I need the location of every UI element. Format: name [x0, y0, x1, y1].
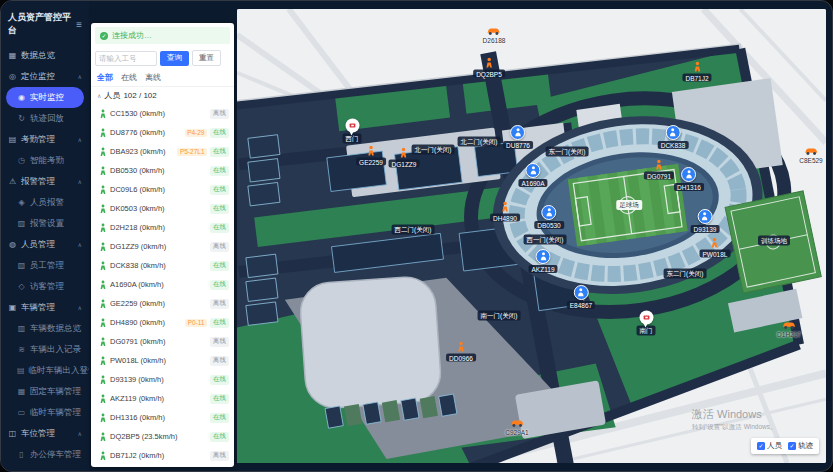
person-marker-DU8776[interactable]: DU8776 — [503, 125, 533, 149]
device-row-DBA923[interactable]: DBA923 (0km/h)P5-27L1在线 — [91, 142, 234, 161]
person-icon — [514, 128, 522, 137]
tab-在线[interactable]: 在线 — [121, 72, 137, 83]
marker-label: DB0530 — [534, 221, 564, 229]
device-id: DC09L6 (0km/h) — [110, 185, 165, 194]
device-row-DK0503[interactable]: DK0503 (0km/h)在线 — [91, 199, 234, 218]
hamburger-icon[interactable]: ≡ — [76, 19, 82, 30]
device-row-D2H218[interactable]: D2H218 (0km/h)在线 — [91, 218, 234, 237]
device-row-DU8776[interactable]: DU8776 (0km/h)P4-29在线 — [91, 123, 234, 142]
device-row-DH4890[interactable]: DH4890 (0km/h)P0-11在线 — [91, 313, 234, 332]
marker-label: DB71J2 — [682, 74, 711, 82]
sidebar-subitem-临时车辆管理[interactable]: ▭临时车辆管理 — [1, 402, 89, 423]
device-row-A1690A[interactable]: A1690A (0km/h)在线 — [91, 275, 234, 294]
gate-pin-icon — [345, 119, 359, 133]
device-row-DH1316[interactable]: DH1316 (0km/h)在线 — [91, 408, 234, 427]
orange-marker-DQ2BP5[interactable]: DQ2BP5 — [473, 57, 505, 78]
car-marker-C929A1[interactable]: C929A1 — [505, 419, 529, 436]
car-marker-C8E529[interactable]: C8E529 — [799, 147, 823, 164]
vehicle-icon: ▣ — [8, 303, 17, 312]
watermark-line2: 转到“设置”以激活 Windows。 — [692, 423, 777, 432]
device-id: DCK838 (0km/h) — [110, 261, 166, 270]
sidebar-subitem-实时监控[interactable]: ◉实时监控 — [6, 87, 84, 108]
device-row-DD0966[interactable]: DD0966 (0km/h)P0-14在线 — [91, 465, 234, 467]
person-marker-DH1316[interactable]: DH1316 — [674, 167, 704, 191]
person-icon — [366, 145, 376, 156]
person-icon — [99, 147, 107, 157]
orange-marker-DG0791[interactable]: DG0791 — [644, 159, 674, 180]
person-marker-E84867[interactable]: E84867 — [567, 285, 595, 309]
sidebar-item-考勤管理[interactable]: ▤考勤管理∧ — [1, 129, 89, 150]
orange-marker-PW018L[interactable]: PW018L — [700, 237, 731, 258]
tab-离线[interactable]: 离线 — [145, 72, 161, 83]
marker-label: DQ2BP5 — [473, 70, 505, 78]
device-list[interactable]: CC1530 (0km/h)离线DU8776 (0km/h)P4-29在线DBA… — [91, 104, 234, 467]
sidebar-subitem-智能考勤[interactable]: ◷智能考勤 — [1, 150, 89, 171]
tab-全部[interactable]: 全部 — [97, 72, 113, 83]
device-row-DQ2BP5[interactable]: DQ2BP5 (23.5km/h)在线 — [91, 427, 234, 446]
sidebar-subitem-员工管理[interactable]: ▧员工管理 — [1, 255, 89, 276]
device-id: DB71J2 (0km/h) — [110, 451, 164, 460]
person-marker-D93139[interactable]: D93139 — [691, 209, 720, 233]
group-header[interactable]: ∧ 人员 102 / 102 — [91, 87, 234, 104]
track-layer-option[interactable]: ✓ 轨迹 — [788, 441, 813, 451]
reset-button[interactable]: 重置 — [192, 50, 221, 66]
device-row-GE2259[interactable]: GE2259 (0km/h)离线 — [91, 294, 234, 313]
device-row-CC1530[interactable]: CC1530 (0km/h)离线 — [91, 104, 234, 123]
person-marker-AKZ119[interactable]: AKZ119 — [528, 249, 557, 273]
track-checkbox[interactable]: ✓ — [788, 442, 796, 450]
query-button[interactable]: 查询 — [160, 51, 189, 66]
sidebar-item-车位管理[interactable]: ◫车位管理∧ — [1, 423, 89, 444]
person-marker-A1690A[interactable]: A1690A — [518, 163, 547, 187]
device-row-DC09L6[interactable]: DC09L6 (0km/h)在线 — [91, 180, 234, 199]
device-id: PW018L (0km/h) — [110, 356, 166, 365]
device-row-DCK838[interactable]: DCK838 (0km/h)在线 — [91, 256, 234, 275]
worker-id-input[interactable] — [95, 51, 157, 66]
person-marker-DB0530[interactable]: DB0530 — [534, 205, 564, 229]
person-marker-DCK838[interactable]: DCK838 — [658, 125, 689, 149]
sidebar-subitem-报警设置[interactable]: ▨报警设置 — [1, 213, 89, 234]
orange-marker-DD0966[interactable]: DD0966 — [446, 341, 476, 362]
alarm-icon: ⚠ — [8, 177, 17, 186]
sidebar-item-人员管理[interactable]: ◍人员管理∧ — [1, 234, 89, 255]
status-badge: 在线 — [210, 432, 229, 442]
people-layer-option[interactable]: ✓ 人员 — [757, 441, 782, 451]
marker-label: 西二门(关闭) — [392, 225, 435, 235]
sidebar-item-报警管理[interactable]: ⚠报警管理∧ — [1, 171, 89, 192]
vehicle-person-marker-icon — [709, 237, 721, 249]
people-layer-label: 人员 — [767, 441, 782, 451]
marker-label: DG1ZZ9 — [389, 160, 420, 168]
marker-label: 北二门(关闭) — [458, 137, 501, 147]
orange-marker-DB71J2[interactable]: DB71J2 — [682, 61, 711, 82]
sidebar-subitem-人员报警[interactable]: ◈人员报警 — [1, 192, 89, 213]
sidebar-item-定位监控[interactable]: ◎定位监控∧ — [1, 66, 89, 87]
device-row-DG1ZZ9[interactable]: DG1ZZ9 (0km/h)离线 — [91, 237, 234, 256]
device-row-DB0530[interactable]: DB0530 (0km/h)在线 — [91, 161, 234, 180]
group-label: 人员 — [104, 90, 120, 101]
gate-label-北二门(关闭): 北二门(关闭) — [458, 136, 501, 147]
sidebar-subitem-访客管理[interactable]: ◇访客管理 — [1, 276, 89, 297]
status-badge: 在线 — [210, 128, 229, 138]
gate-pin-南门[interactable]: 南门 — [637, 311, 656, 336]
device-row-DB71J2[interactable]: DB71J2 (0km/h)离线 — [91, 446, 234, 465]
sidebar-subitem-车辆出入记录[interactable]: ≋车辆出入记录 — [1, 339, 89, 360]
sidebar-subitem-固定车辆管理[interactable]: ▦固定车辆管理 — [1, 381, 89, 402]
device-id: DG1ZZ9 (0km/h) — [110, 242, 166, 251]
gate-pin-西门[interactable]: 西门 — [343, 119, 362, 144]
device-row-PW018L[interactable]: PW018L (0km/h)离线 — [91, 351, 234, 370]
device-row-DG0791[interactable]: DG0791 (0km/h)离线 — [91, 332, 234, 351]
temp-entry-icon: ▤ — [17, 366, 25, 375]
sidebar-subitem-轨迹回放[interactable]: ↻轨迹回放 — [1, 108, 89, 129]
device-row-D93139[interactable]: D93139 (0km/h)在线 — [91, 370, 234, 389]
sidebar-item-数据总览[interactable]: ▦数据总览 — [1, 45, 89, 66]
sidebar-subitem-临时车辆出入登记[interactable]: ▤临时车辆出入登记 — [1, 360, 89, 381]
sidebar-subitem-办公停车管理[interactable]: ▯办公停车管理 — [1, 444, 89, 465]
map-view[interactable]: DU8776A1690ADB0530DCK838DH1316D93139AKZ1… — [237, 9, 826, 463]
orange-marker-GE2259[interactable]: GE2259 — [356, 145, 386, 166]
sidebar-item-车辆管理[interactable]: ▣车辆管理∧ — [1, 297, 89, 318]
car-marker-D26188[interactable]: D26188 — [483, 27, 506, 44]
car-marker-D1H217[interactable]: D1H217 — [777, 321, 801, 338]
sidebar-subitem-车辆数据总览[interactable]: ▥车辆数据总览 — [1, 318, 89, 339]
people-checkbox[interactable]: ✓ — [757, 442, 765, 450]
device-row-AKZ119[interactable]: AKZ119 (0km/h)在线 — [91, 389, 234, 408]
orange-marker-DH4890[interactable]: DH4890 — [490, 201, 520, 222]
